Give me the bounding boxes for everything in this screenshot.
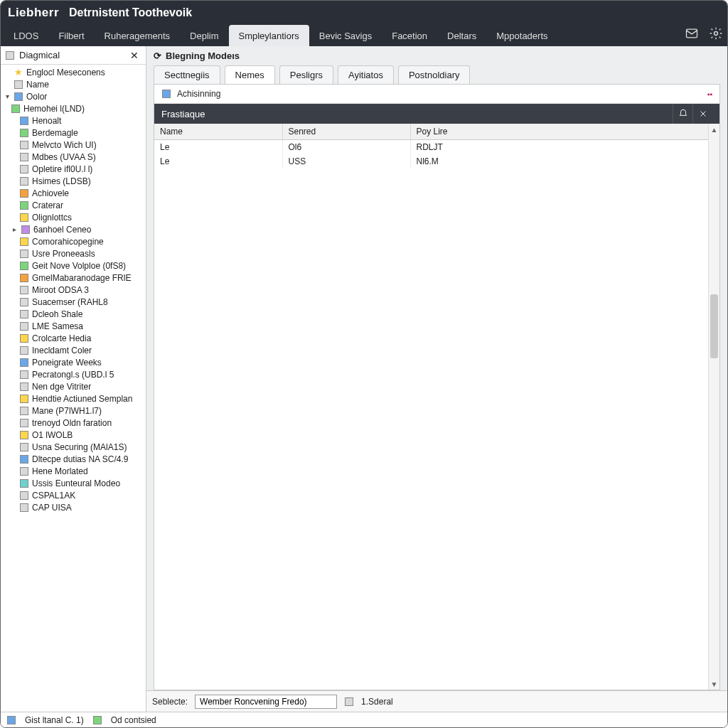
menu-mppotaderts[interactable]: Mppotaderts xyxy=(486,25,557,46)
tree-item[interactable]: Pecratongl.s (UBD.l 5 xyxy=(1,368,146,380)
tree-item[interactable]: Hsimes (LDSB) xyxy=(1,175,146,187)
main-panel: ⟳ Blegning Modeıs Secttnegiis Nemes Pesl… xyxy=(146,46,727,712)
tree-item[interactable]: Crolcarte Hedia xyxy=(1,332,146,344)
mini-indicator-icon[interactable]: ▪▪ xyxy=(707,90,712,98)
tab-postnoldiary[interactable]: Postnoldiary xyxy=(398,65,471,84)
titlebar: Liebherr Detrnistent Toothevoik xyxy=(1,1,727,25)
tree-item[interactable]: Comorahicopegine xyxy=(1,235,146,247)
app-title: Detrnistent Toothevoik xyxy=(69,6,192,19)
scroll-down-icon[interactable]: ▼ xyxy=(709,678,719,690)
tree-item[interactable]: Berdemagle xyxy=(1,127,146,139)
tab-secttnegiis[interactable]: Secttnegiis xyxy=(154,65,220,84)
status-right: Od contsied xyxy=(111,715,156,725)
svg-point-1 xyxy=(714,32,718,36)
page-title: Blegning Modeıs xyxy=(166,50,240,61)
doc-icon xyxy=(14,80,23,90)
tree-item[interactable]: ▸6anhoel Ceneo xyxy=(1,223,146,235)
selection-input[interactable] xyxy=(195,695,337,709)
footer-right: 1.Sderal xyxy=(361,697,393,707)
menu-filbert[interactable]: Filbert xyxy=(48,25,94,46)
tab-nemes[interactable]: Nemes xyxy=(225,65,275,84)
status-bar: Gist ltanal C. 1) Od contsied xyxy=(1,712,727,727)
star-icon: ★ xyxy=(14,68,23,77)
tree-item[interactable]: Achiovele xyxy=(1,187,146,199)
collapse-icon[interactable]: ▾ xyxy=(4,92,11,100)
tree-item[interactable]: Melvcto Wich UI) xyxy=(1,139,146,151)
sidebar-title: Diagmical xyxy=(19,50,123,60)
tree-item[interactable]: Dcleoh Shale xyxy=(1,308,146,320)
band-title: Frastiaque xyxy=(161,109,673,119)
tree-item[interactable]: Nen dge Vitriter xyxy=(1,380,146,392)
tree-item[interactable]: Geit Nove Volploe (0fS8) xyxy=(1,259,146,272)
table-row[interactable]: LeUSSNl6.M xyxy=(154,154,719,168)
tree-item[interactable]: Usre Proneeasls xyxy=(1,247,146,259)
menu-ruheragements[interactable]: Ruheragements xyxy=(95,25,181,46)
col-name[interactable]: Name xyxy=(154,124,282,140)
sidebar: Diagmical ✕ ★ Englocl Meseconens Name ▾ … xyxy=(1,46,146,712)
menu-deltars[interactable]: Deltars xyxy=(437,25,486,46)
tree-item[interactable]: Poneigrate Weeks xyxy=(1,356,146,368)
tree-favorites[interactable]: ★ Englocl Meseconens xyxy=(1,66,146,78)
tree-item[interactable]: CAP UISA xyxy=(1,501,146,513)
menu-deplim[interactable]: Deplim xyxy=(180,25,228,46)
panel-icon xyxy=(5,50,15,60)
content-tabs: Secttnegiis Nemes Pesligrs Ayitiatos Pos… xyxy=(146,65,727,84)
tree-item[interactable]: Dltecpe dutias NA SC/4.9 xyxy=(1,453,146,465)
tree-item[interactable]: Inecldamt Coler xyxy=(1,344,146,356)
close-icon[interactable]: ✕ xyxy=(127,50,141,61)
data-grid: Name Senred Poy Lire LeOl6RDLJT LeUSSNl6… xyxy=(154,124,719,690)
tree-item[interactable]: Henoalt xyxy=(1,114,146,127)
tree-item[interactable]: Mdbes (UVAA S) xyxy=(1,151,146,163)
tree-item[interactable]: CSPAL1AK xyxy=(1,489,146,501)
tree-item[interactable]: Hene Morlated xyxy=(1,465,146,477)
svg-rect-0 xyxy=(687,29,697,38)
scroll-thumb[interactable] xyxy=(710,294,718,358)
footer-bar: Seblecte: 1.Sderal xyxy=(146,690,727,712)
tab-ayitiatos[interactable]: Ayitiatos xyxy=(338,65,394,84)
tree-item[interactable]: Ussis Eunteural Modeo xyxy=(1,477,146,489)
close-band-icon[interactable] xyxy=(692,104,712,124)
tab-pesligrs[interactable]: Pesligrs xyxy=(279,65,333,84)
tree-item[interactable]: Mane (P7lWH1.l7) xyxy=(1,405,146,417)
brand-logo: Liebherr xyxy=(8,6,59,20)
scrollbar[interactable]: ▲ ▼ xyxy=(708,124,719,690)
col-senred[interactable]: Senred xyxy=(282,124,410,140)
tree-item[interactable]: Olignlottcs xyxy=(1,211,146,223)
status-icon-left xyxy=(6,715,16,725)
tree-root-name[interactable]: Name xyxy=(1,78,146,90)
footer-icon[interactable] xyxy=(344,697,354,707)
menu-bevic-savigs[interactable]: Bevic Savigs xyxy=(309,25,382,46)
tree-item[interactable]: O1 lWOLB xyxy=(1,429,146,441)
grid-header-band: Frastiaque xyxy=(154,104,719,124)
tree-item[interactable]: Hendtie Actiuned Semplan xyxy=(1,392,146,405)
gear-icon[interactable] xyxy=(707,25,724,42)
tree-item[interactable]: Opletire ifl0U.l l) xyxy=(1,163,146,175)
status-icon-right xyxy=(92,715,102,725)
tree-item[interactable]: trenoyd Oldn faration xyxy=(1,417,146,429)
calendar-icon xyxy=(161,89,171,99)
tree-item[interactable]: Miroot ODSA 3 xyxy=(1,284,146,296)
nav-tree: ★ Englocl Meseconens Name ▾ Oolor Hemohe… xyxy=(1,65,146,712)
tree-item[interactable]: GmelMabaranodage FRlE xyxy=(1,272,146,284)
status-left: Gist ltanal C. 1) xyxy=(25,715,84,725)
tree-item[interactable]: Hemohei l(LND) xyxy=(1,102,146,114)
mail-icon[interactable] xyxy=(683,25,700,42)
scroll-up-icon[interactable]: ▲ xyxy=(709,124,719,135)
tree-root-oolor[interactable]: ▾ Oolor xyxy=(1,90,146,102)
tree-item[interactable]: Craterar xyxy=(1,199,146,211)
table-row[interactable]: LeOl6RDLJT xyxy=(154,140,719,155)
col-poy-lire[interactable]: Poy Lire xyxy=(410,124,719,140)
menu-facetion[interactable]: Facetion xyxy=(382,25,437,46)
menu-smpleylantiors[interactable]: Smpleylantiors xyxy=(229,25,309,46)
menu-ldos[interactable]: LDOS xyxy=(4,25,48,46)
tree-item[interactable]: LME Samesa xyxy=(1,320,146,332)
refresh-icon[interactable]: ⟳ xyxy=(154,50,161,61)
content-panel: Achisinning ▪▪ Frastiaque xyxy=(154,84,720,690)
section-subhead: Achisinning xyxy=(177,89,220,99)
main-menu: LDOS Filbert Ruheragements Deplim Smpley… xyxy=(1,25,727,46)
folder-icon xyxy=(14,92,23,102)
footer-label: Seblecte: xyxy=(152,697,188,707)
tree-item[interactable]: Suacemser (RAHL8 xyxy=(1,296,146,308)
bell-icon[interactable] xyxy=(673,104,692,124)
tree-item[interactable]: Usna Securing (MAlA1S) xyxy=(1,441,146,453)
